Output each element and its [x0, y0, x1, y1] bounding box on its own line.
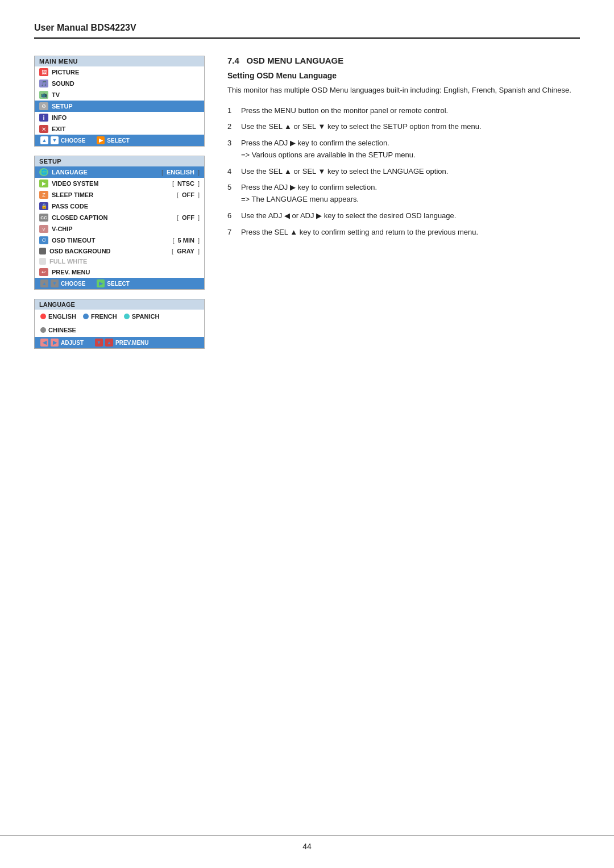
setup-choose-up-btn[interactable]: ▲ — [40, 279, 48, 287]
cc-icon: CC — [39, 214, 48, 222]
adjust-right-btn[interactable]: ▶ — [51, 339, 59, 347]
lang-value: ENGLISH — [167, 169, 194, 176]
chinese-dot — [40, 327, 46, 333]
page-footer: 44 — [0, 836, 614, 851]
setup-select-item: ▶ SELECT — [91, 278, 135, 289]
sleep-icon: Z — [39, 191, 48, 199]
chinese-label: CHINESE — [48, 327, 76, 333]
setup-item-closed-caption[interactable]: CC CLOSED CAPTION [ OFF ] — [35, 212, 204, 223]
english-dot — [40, 314, 46, 319]
choose-down-btn[interactable]: ▼ — [51, 136, 59, 144]
setup-item-pass-code[interactable]: 🔒 PASS CODE — [35, 201, 204, 212]
closed-caption-value: OFF — [182, 214, 194, 221]
osd-background-value: GRAY — [177, 248, 194, 254]
pass-code-label: PASS CODE — [52, 203, 200, 210]
vchip-icon: V — [39, 225, 48, 233]
content-area: MAIN MENU 🖼 PICTURE 🎵 SOUND 📺 TV — [34, 56, 580, 358]
main-menu-box: MAIN MENU 🖼 PICTURE 🎵 SOUND 📺 TV — [34, 56, 205, 147]
setup-item-full-white[interactable]: FULL WHITE — [35, 256, 204, 266]
setup-choose-down-btn[interactable]: ▼ — [51, 279, 59, 287]
setup-label: SETUP — [52, 103, 200, 110]
lang-option-french[interactable]: FRENCH — [83, 313, 117, 320]
osd-timeout-label: OSD TIMEOUT — [52, 237, 169, 244]
setup-item-language[interactable]: 🌐 LANGUAGE [ ENGLISH ] — [35, 166, 204, 178]
choose-label: CHOOSE — [61, 137, 85, 144]
menu-item-picture[interactable]: 🖼 PICTURE — [35, 66, 204, 78]
setup-item-video-system[interactable]: ▶ VIDEO SYSTEM [ NTSC ] — [35, 178, 204, 189]
setup-item-osd-timeout[interactable]: ⏱ OSD TIMEOUT [ 5 MIN ] — [35, 235, 204, 246]
choose-up-btn[interactable]: ▲ — [40, 136, 48, 144]
exit-icon: ✕ — [39, 125, 48, 133]
tv-label: TV — [52, 91, 200, 98]
video-system-value: NTSC — [177, 180, 194, 187]
english-label: ENGLISH — [48, 313, 76, 320]
language-menu-footer: ◀ ▶ ADJUST ▼ ▲ PREV.MENU — [35, 337, 204, 348]
prev-menu-label: PREV.MENU — [115, 340, 149, 346]
osd-timeout-icon: ⏱ — [39, 236, 48, 244]
setup-item-prev-menu[interactable]: ↩ PREV. MENU — [35, 266, 204, 278]
menu-item-tv[interactable]: 📺 TV — [35, 89, 204, 101]
prev-btn-2[interactable]: ▲ — [105, 339, 113, 347]
setup-menu-footer: ▲ ▼ CHOOSE ▶ SELECT — [35, 278, 204, 289]
page-container: User Manual BDS4223V MAIN MENU 🖼 PICTURE… — [0, 0, 614, 868]
exit-label: EXIT — [52, 126, 200, 132]
setup-item-sleep-timer[interactable]: Z SLEEP TIMER [ OFF ] — [35, 189, 204, 201]
sleep-timer-value: OFF — [182, 191, 194, 198]
lang-option-chinese[interactable]: CHINESE — [40, 327, 76, 333]
step-6: 6 Use the ADJ ◀ or ADJ ▶ key to select t… — [227, 210, 580, 222]
instruction-list: 1 Press the MENU button on the monitor p… — [227, 105, 580, 239]
osd-background-label: OSD BACKGROUND — [49, 248, 168, 254]
adjust-label: ADJUST — [61, 340, 84, 346]
menu-item-exit[interactable]: ✕ EXIT — [35, 123, 204, 135]
menu-item-sound[interactable]: 🎵 SOUND — [35, 78, 204, 89]
setup-select-label: SELECT — [107, 281, 129, 287]
adjust-left-btn[interactable]: ◀ — [40, 339, 48, 347]
main-choose-item: ▲ ▼ CHOOSE — [35, 135, 91, 146]
prev-menu-label: PREV. MENU — [52, 269, 200, 276]
main-menu-footer: ▲ ▼ CHOOSE ▶ SELECT — [35, 135, 204, 146]
main-select-item: ▶ SELECT — [91, 135, 135, 146]
adjust-item: ◀ ▶ ADJUST — [35, 337, 89, 348]
sound-icon: 🎵 — [39, 80, 48, 87]
section-number: 7.4 OSD MENU LANGUAGE — [227, 56, 580, 65]
setup-item-vchip[interactable]: V V-CHIP — [35, 223, 204, 235]
osd-bg-icon — [39, 248, 46, 254]
prev-menu-icon: ↩ — [39, 268, 48, 276]
language-menu-box: LANGUAGE ENGLISH FRENCH SPANICH — [34, 299, 205, 349]
video-system-label: VIDEO SYSTEM — [52, 180, 169, 187]
french-dot — [83, 314, 89, 319]
page-number: 44 — [302, 842, 312, 851]
full-white-icon — [39, 258, 46, 265]
passcode-icon: 🔒 — [39, 202, 48, 210]
step-1: 1 Press the MENU button on the monitor p… — [227, 105, 580, 117]
step-2: 2 Use the SEL ▲ or SEL ▼ key to select t… — [227, 121, 580, 133]
lang-label: LANGUAGE — [52, 169, 158, 176]
setup-choose-label: CHOOSE — [61, 281, 85, 287]
tv-icon: 📺 — [39, 91, 48, 99]
sleep-timer-label: SLEEP TIMER — [52, 191, 173, 198]
right-column: 7.4 OSD MENU LANGUAGE Setting OSD Menu L… — [227, 56, 580, 358]
picture-label: PICTURE — [52, 69, 200, 76]
prev-menu-item: ▼ ▲ PREV.MENU — [89, 337, 155, 348]
setup-item-osd-background[interactable]: OSD BACKGROUND [ GRAY ] — [35, 246, 204, 256]
lang-option-english[interactable]: ENGLISH — [40, 313, 76, 320]
section-description: This monitor has multiple OSD Menu langu… — [227, 85, 580, 96]
setup-menu-header: SETUP — [35, 156, 204, 166]
step-7: 7 Press the SEL ▲ key to confirm setting… — [227, 227, 580, 239]
setup-select-btn[interactable]: ▶ — [97, 279, 105, 287]
left-column: MAIN MENU 🖼 PICTURE 🎵 SOUND 📺 TV — [34, 56, 205, 358]
lang-option-spanich[interactable]: SPANICH — [124, 313, 160, 320]
step-3: 3 Press the ADJ ▶ key to confirm the sel… — [227, 137, 580, 161]
video-icon: ▶ — [39, 180, 48, 187]
osd-timeout-value: 5 MIN — [178, 237, 194, 244]
select-btn[interactable]: ▶ — [97, 136, 105, 144]
prev-btn-1[interactable]: ▼ — [95, 339, 103, 347]
step-5: 5 Press the ADJ ▶ key to confirm selecti… — [227, 182, 580, 206]
info-label: INFO — [52, 114, 200, 121]
setup-menu-box: SETUP 🌐 LANGUAGE [ ENGLISH ] ▶ VIDEO SYS… — [34, 156, 205, 290]
menu-item-setup[interactable]: ⚙ SETUP — [35, 101, 204, 112]
picture-icon: 🖼 — [39, 68, 48, 76]
main-menu-header: MAIN MENU — [35, 56, 204, 66]
lang-icon: 🌐 — [39, 168, 48, 176]
menu-item-info[interactable]: i INFO — [35, 112, 204, 123]
